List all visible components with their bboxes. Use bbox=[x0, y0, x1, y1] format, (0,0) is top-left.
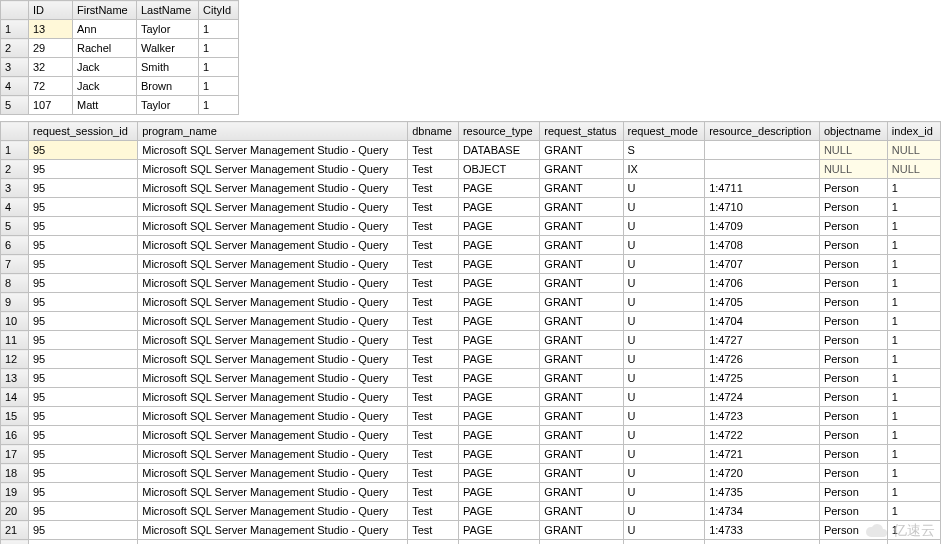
cell[interactable]: 95 bbox=[29, 350, 138, 369]
cell[interactable]: Test bbox=[408, 483, 459, 502]
cell[interactable]: 1 bbox=[887, 312, 940, 331]
cell[interactable]: 1 bbox=[887, 198, 940, 217]
cell[interactable]: Person bbox=[819, 369, 887, 388]
cell[interactable]: 1:4725 bbox=[705, 369, 820, 388]
cell[interactable]: GRANT bbox=[540, 293, 623, 312]
row-number[interactable]: 16 bbox=[1, 426, 29, 445]
row-number[interactable]: 2 bbox=[1, 160, 29, 179]
cell[interactable]: Person bbox=[819, 236, 887, 255]
row-header-corner[interactable] bbox=[1, 1, 29, 20]
cell[interactable]: GRANT bbox=[540, 407, 623, 426]
cell[interactable]: Test bbox=[408, 236, 459, 255]
cell[interactable]: 1 bbox=[887, 179, 940, 198]
cell[interactable]: 1 bbox=[887, 540, 940, 545]
cell[interactable]: Test bbox=[408, 407, 459, 426]
col-header[interactable]: LastName bbox=[137, 1, 199, 20]
cell[interactable]: Test bbox=[408, 331, 459, 350]
cell[interactable]: 95 bbox=[29, 502, 138, 521]
cell[interactable]: Person bbox=[819, 426, 887, 445]
row-number[interactable]: 20 bbox=[1, 502, 29, 521]
cell[interactable]: 1 bbox=[887, 407, 940, 426]
cell[interactable]: 1 bbox=[887, 350, 940, 369]
cell[interactable]: GRANT bbox=[540, 179, 623, 198]
cell[interactable]: 1 bbox=[887, 502, 940, 521]
cell[interactable]: Microsoft SQL Server Management Studio -… bbox=[138, 521, 408, 540]
cell[interactable]: PAGE bbox=[458, 483, 539, 502]
cell[interactable]: 1 bbox=[887, 445, 940, 464]
cell[interactable]: 1:4710 bbox=[705, 198, 820, 217]
cell[interactable]: GRANT bbox=[540, 426, 623, 445]
cell[interactable]: GRANT bbox=[540, 198, 623, 217]
cell[interactable]: PAGE bbox=[458, 407, 539, 426]
table-row[interactable]: 1595Microsoft SQL Server Management Stud… bbox=[1, 407, 941, 426]
cell[interactable]: 95 bbox=[29, 331, 138, 350]
cell[interactable]: 1 bbox=[887, 426, 940, 445]
cell[interactable]: U bbox=[623, 293, 705, 312]
cell[interactable]: PAGE bbox=[458, 179, 539, 198]
cell[interactable]: 95 bbox=[29, 369, 138, 388]
table-row[interactable]: 2095Microsoft SQL Server Management Stud… bbox=[1, 502, 941, 521]
table-row[interactable]: 1395Microsoft SQL Server Management Stud… bbox=[1, 369, 941, 388]
cell[interactable]: 1 bbox=[887, 331, 940, 350]
row-number[interactable]: 12 bbox=[1, 350, 29, 369]
cell[interactable]: U bbox=[623, 540, 705, 545]
table-row[interactable]: 495Microsoft SQL Server Management Studi… bbox=[1, 198, 941, 217]
cell[interactable]: Test bbox=[408, 179, 459, 198]
cell[interactable]: 95 bbox=[29, 236, 138, 255]
row-number[interactable]: 2 bbox=[1, 39, 29, 58]
col-header[interactable]: index_id bbox=[887, 122, 940, 141]
cell[interactable]: 95 bbox=[29, 521, 138, 540]
table-row[interactable]: 595Microsoft SQL Server Management Studi… bbox=[1, 217, 941, 236]
cell[interactable]: Jack bbox=[73, 77, 137, 96]
cell[interactable]: 1:4705 bbox=[705, 293, 820, 312]
cell[interactable]: Person bbox=[819, 274, 887, 293]
cell[interactable]: U bbox=[623, 369, 705, 388]
cell[interactable]: 1:4722 bbox=[705, 426, 820, 445]
cell[interactable]: 1:4732 bbox=[705, 540, 820, 545]
cell[interactable]: U bbox=[623, 331, 705, 350]
cell[interactable]: U bbox=[623, 445, 705, 464]
cell[interactable]: 1:4726 bbox=[705, 350, 820, 369]
row-number[interactable]: 1 bbox=[1, 20, 29, 39]
cell[interactable]: Microsoft SQL Server Management Studio -… bbox=[138, 236, 408, 255]
cell[interactable]: U bbox=[623, 312, 705, 331]
cell[interactable] bbox=[705, 160, 820, 179]
cell[interactable]: Taylor bbox=[137, 20, 199, 39]
cell[interactable]: Test bbox=[408, 350, 459, 369]
row-number[interactable]: 8 bbox=[1, 274, 29, 293]
cell[interactable]: PAGE bbox=[458, 274, 539, 293]
row-number[interactable]: 5 bbox=[1, 217, 29, 236]
results-grid-top[interactable]: ID FirstName LastName CityId 113AnnTaylo… bbox=[0, 0, 239, 115]
cell[interactable]: 1:4734 bbox=[705, 502, 820, 521]
cell[interactable]: 72 bbox=[29, 77, 73, 96]
results-grid-bottom[interactable]: request_session_id program_name dbname r… bbox=[0, 121, 941, 544]
cell[interactable]: Test bbox=[408, 521, 459, 540]
cell[interactable]: 1 bbox=[199, 20, 239, 39]
cell[interactable]: GRANT bbox=[540, 369, 623, 388]
cell[interactable]: 1:4721 bbox=[705, 445, 820, 464]
row-header-corner[interactable] bbox=[1, 122, 29, 141]
cell[interactable]: PAGE bbox=[458, 198, 539, 217]
cell[interactable]: PAGE bbox=[458, 445, 539, 464]
cell[interactable]: Rachel bbox=[73, 39, 137, 58]
table-row[interactable]: 895Microsoft SQL Server Management Studi… bbox=[1, 274, 941, 293]
cell[interactable]: Microsoft SQL Server Management Studio -… bbox=[138, 483, 408, 502]
cell[interactable]: DATABASE bbox=[458, 141, 539, 160]
cell[interactable]: U bbox=[623, 236, 705, 255]
table-row[interactable]: 229RachelWalker1 bbox=[1, 39, 239, 58]
cell[interactable]: Person bbox=[819, 445, 887, 464]
cell[interactable]: Person bbox=[819, 350, 887, 369]
cell[interactable]: GRANT bbox=[540, 521, 623, 540]
cell[interactable]: OBJECT bbox=[458, 160, 539, 179]
table-row[interactable]: 1495Microsoft SQL Server Management Stud… bbox=[1, 388, 941, 407]
col-header[interactable]: request_status bbox=[540, 122, 623, 141]
cell[interactable]: U bbox=[623, 464, 705, 483]
cell[interactable]: 1:4704 bbox=[705, 312, 820, 331]
cell[interactable]: GRANT bbox=[540, 350, 623, 369]
table-row[interactable]: 472JackBrown1 bbox=[1, 77, 239, 96]
col-header[interactable]: resource_description bbox=[705, 122, 820, 141]
cell[interactable]: PAGE bbox=[458, 369, 539, 388]
cell[interactable]: 95 bbox=[29, 274, 138, 293]
cell[interactable]: 95 bbox=[29, 426, 138, 445]
cell[interactable]: 95 bbox=[29, 407, 138, 426]
